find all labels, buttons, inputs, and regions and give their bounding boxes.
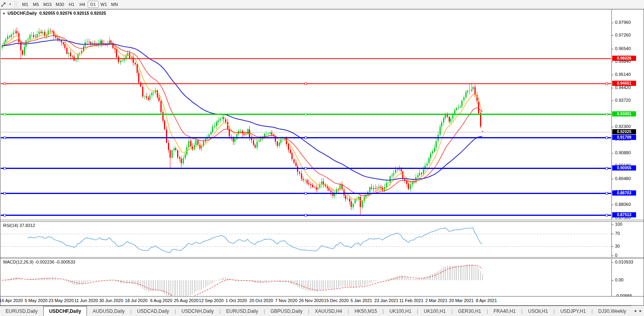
price-axis-tick-label: 0.97960 [615,20,631,25]
timeframe-buttons: M1M5M15M30H1H4D1W1MN [20,1,120,8]
date-axis-label: 15 Dec 2020 [324,298,349,303]
timeframe-button-d1[interactable]: D1 [88,1,98,8]
date-axis-label: 7 Nov 2020 [275,298,297,303]
date-axis-label: 2 Mar 2021 [425,298,447,303]
timeframe-toolbar: ▼ M1M5M15M30H1H4D1W1MN [0,0,644,9]
date-axis-label: 16 Apr 2020 [0,298,23,303]
date-axis-label: 11 Jun 2020 [74,298,98,303]
current-price-tag: 0.92025 [612,129,636,134]
date-axis-label: 1 Oct 2020 [226,298,247,303]
timeframe-button-m1[interactable]: M1 [20,1,31,8]
rsi-axis-tick-label: 30 [615,244,620,248]
tab-scroll-left-icon[interactable]: ◄ [633,309,637,313]
chart-ohlc: 0.92055 0.92076 0.92015 0.92025 [39,11,106,16]
date-axis-label: 12 Sep 2020 [199,298,224,303]
chart-tab-audusd-daily[interactable]: AUDUSD,Daily [87,306,130,316]
hline-price-tag: 0.96026 [612,56,636,61]
chart-tab-gbpusd-daily[interactable]: GBPUSD,Daily [265,306,308,316]
hline-price-tag: 0.94651 [612,81,636,86]
date-axis-label: 30 Jun 2020 [99,298,123,303]
hline-price-tag: 0.91709 [612,135,636,140]
chart-title: ▼USDCHF,Daily 0.92055 0.92076 0.92015 0.… [2,11,106,16]
mt4-window: ▼ M1M5M15M30H1H4D1W1MN ▼USDCHF,Daily 0.9… [0,0,644,316]
timeframe-button-mn[interactable]: MN [109,1,120,8]
price-axis-tick-label: 0.96540 [615,46,631,51]
date-axis-label: 20 Mar 2021 [449,298,474,303]
chart-tab-eurusd-daily[interactable]: EURUSD,Daily [0,306,43,316]
panel-separator-rsi-macd[interactable] [0,257,644,259]
price-axis-tick-label: 0.97260 [615,33,631,37]
rsi-indicator-label: RSI(14) 37.8312 [3,223,35,228]
timeframe-button-w1[interactable]: W1 [98,1,109,8]
timeframe-button-m30[interactable]: M30 [54,1,66,8]
timeframe-button-m15[interactable]: M15 [41,1,54,8]
macd-indicator-label: MACD(12,26,9) -0.002236 -0.000533 [3,260,75,264]
date-axis-label: 5 May 2020 [25,298,47,303]
price-axis-tick-label: 0.92300 [615,124,631,129]
panel-separator-main-rsi[interactable] [0,220,644,222]
cursor-tool-icon [0,1,7,8]
price-axis-tick-label: 0.95140 [615,72,631,77]
chart-collapse-icon[interactable]: ▼ [2,12,6,16]
chart-tab-xauusd-h4[interactable]: XAUUSD,H4 [309,306,348,316]
timeframe-button-h1[interactable]: H1 [66,1,77,8]
chart-tab-usdchf-daily[interactable]: USDCHF,Daily [43,306,87,316]
chart-tab-ger30-h1[interactable]: GER30,H1 [453,306,487,316]
date-axis-label: 18 Jul 2020 [125,298,148,303]
cursor-tool-button[interactable]: ▼ [0,1,13,8]
chart-tab-fra40-h1[interactable]: FRA40,H1 [488,306,521,316]
macd-axis-tick-label: 0.010933 [615,260,633,264]
hline-price-tag: 0.90055 [612,165,636,171]
hline-price-tag: 0.93001 [612,111,636,116]
date-axis-label: 23 Jan 2021 [374,298,399,303]
hline-price-tag: 0.88703 [612,190,636,196]
date-axis-label: 6 Aug 2020 [150,298,172,303]
chart-symbol: USDCHF,Daily [8,11,37,16]
chart-tab-bar: EURUSD,DailyUSDCHF,DailyAUDUSD,Daily|USD… [0,306,644,316]
date-axis-label: 11 Feb 2021 [399,298,424,303]
price-axis-tick-label: 0.93720 [615,98,631,103]
chart-tab-usdcad-daily[interactable]: USDCAD,Daily [131,306,175,316]
chart-tab-dj30-weekly[interactable]: DJ30,Weekly [593,306,632,316]
cursor-tool-dropdown-icon[interactable]: ▼ [9,3,12,6]
chart-tab-usoil-h1[interactable]: USOil,H1 [523,306,553,316]
timeframe-button-h4[interactable]: H4 [77,1,88,8]
chart-tab-uk100-h1[interactable]: UK100,H1 [384,306,417,316]
date-axis-label: 20 Oct 2020 [249,298,273,303]
price-axis-tick-label: 0.89480 [615,176,631,181]
chart-tab-uk100-h1[interactable]: UK100,H1 [418,306,451,316]
date-axis-label: 8 Apr 2021 [476,298,497,303]
date-axis-label: 23 May 2020 [48,298,74,303]
price-axis-tick-label: 0.88060 [615,202,631,207]
chart-tab-hk50-m15[interactable]: HK50,M15 [349,306,383,316]
date-axis-label: 25 Aug 2020 [174,298,199,303]
tab-scroll-arrows: ◄ ► [632,306,644,316]
hline-price-tag: 0.87513 [612,212,636,217]
rsi-axis-tick-label: 100 [615,222,622,227]
date-axis-label: 5 Jan 2021 [351,298,372,303]
price-chart-canvas[interactable] [0,0,644,316]
rsi-axis-tick-label: 70 [615,231,620,236]
chart-tab-usdjpy-h1[interactable]: USDJPY,H1 [555,306,591,316]
price-axis-tick-label: 0.90880 [615,150,631,155]
chart-tab-eurusd-daily[interactable]: EURUSD,Daily [220,306,264,316]
toolbar-grip[interactable] [15,1,17,8]
chart-tab-usdcnh-daily[interactable]: USDCNH,Daily [176,306,219,316]
tab-scroll-right-icon[interactable]: ► [639,309,642,313]
timeframe-button-m5[interactable]: M5 [31,1,41,8]
date-axis-label: 26 Nov 2020 [299,298,324,303]
macd-axis-tick-label: 0.00 [615,277,623,282]
